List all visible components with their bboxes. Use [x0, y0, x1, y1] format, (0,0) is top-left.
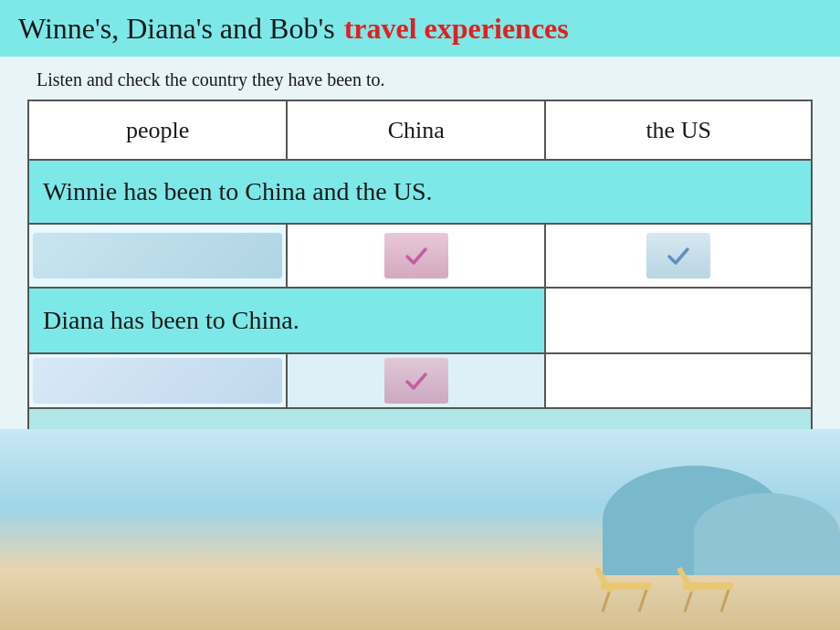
winnie-china-cell	[287, 224, 545, 288]
winnie-sentence: Winnie has been to China and the US.	[43, 177, 433, 206]
diana-us-empty-cell	[545, 353, 812, 408]
diana-china-cell	[287, 353, 545, 408]
diana-name-cell	[28, 353, 287, 408]
diana-us-cell	[545, 288, 812, 353]
diana-sentence-cell: Diana has been to China.	[28, 288, 545, 353]
check-icon	[404, 243, 429, 268]
check-icon-us	[666, 243, 691, 268]
table-header-row: people China the US	[28, 100, 812, 160]
table-row-diana-images	[28, 353, 812, 408]
check-icon-diana	[404, 368, 429, 394]
winnie-china-check	[384, 233, 448, 278]
diana-china-check	[384, 358, 448, 404]
header-us: the US	[545, 100, 812, 160]
table-row-diana: Diana has been to China.	[28, 288, 812, 353]
beach-chair-2	[676, 557, 749, 621]
header-china: China	[287, 100, 545, 160]
title-text-red: travel experiences	[344, 11, 569, 46]
winnie-us-cell	[545, 224, 812, 288]
title-bar: Winne's, Diana's and Bob's travel experi…	[0, 0, 840, 57]
page-container: Winne's, Diana's and Bob's travel experi…	[0, 0, 840, 630]
diana-sentence: Diana has been to China.	[43, 306, 299, 335]
header-people: people	[28, 100, 287, 160]
winnie-name-cell	[28, 224, 287, 288]
listen-instruction: Listen and check the country they have b…	[0, 57, 840, 100]
background-scene	[0, 429, 840, 630]
title-text-black: Winne's, Diana's and Bob's	[18, 11, 335, 46]
table-row-winnie: Winnie has been to China and the US.	[28, 160, 812, 224]
table-row-winnie-images	[28, 224, 812, 288]
winnie-us-check	[646, 233, 710, 278]
beach-chair-1	[593, 557, 667, 621]
